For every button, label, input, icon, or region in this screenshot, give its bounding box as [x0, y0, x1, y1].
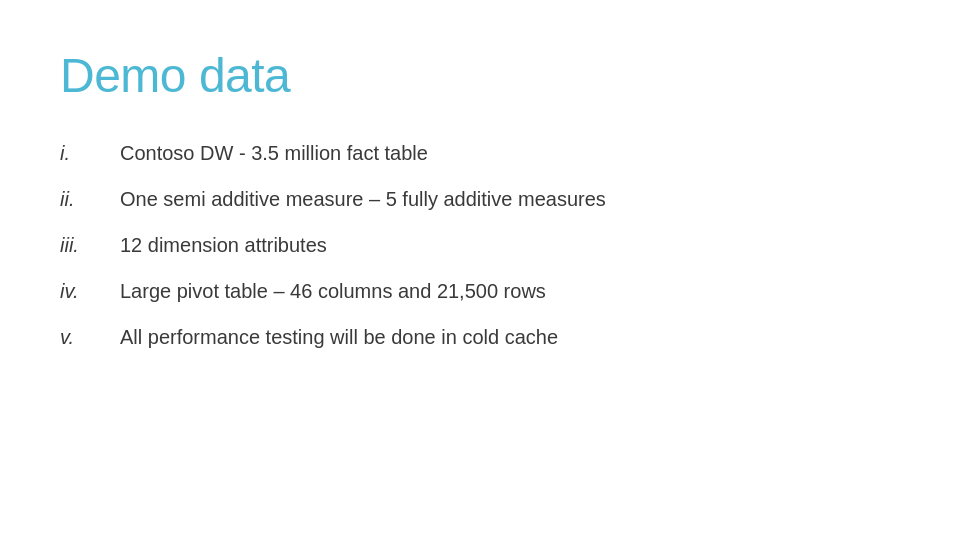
content-list: i.Contoso DW - 3.5 million fact tableii.…: [60, 139, 900, 351]
list-marker: v.: [60, 323, 120, 351]
list-item: iii.12 dimension attributes: [60, 231, 900, 259]
slide-title: Demo data: [60, 48, 900, 103]
list-item: ii.One semi additive measure – 5 fully a…: [60, 185, 900, 213]
list-text: 12 dimension attributes: [120, 231, 900, 259]
list-text: Contoso DW - 3.5 million fact table: [120, 139, 900, 167]
slide: Demo data i.Contoso DW - 3.5 million fac…: [0, 0, 960, 540]
list-item: i.Contoso DW - 3.5 million fact table: [60, 139, 900, 167]
list-marker: ii.: [60, 185, 120, 213]
list-marker: i.: [60, 139, 120, 167]
list-text: All performance testing will be done in …: [120, 323, 900, 351]
list-item: v.All performance testing will be done i…: [60, 323, 900, 351]
list-item: iv.Large pivot table – 46 columns and 21…: [60, 277, 900, 305]
list-text: Large pivot table – 46 columns and 21,50…: [120, 277, 900, 305]
list-marker: iv.: [60, 277, 120, 305]
list-marker: iii.: [60, 231, 120, 259]
list-text: One semi additive measure – 5 fully addi…: [120, 185, 900, 213]
